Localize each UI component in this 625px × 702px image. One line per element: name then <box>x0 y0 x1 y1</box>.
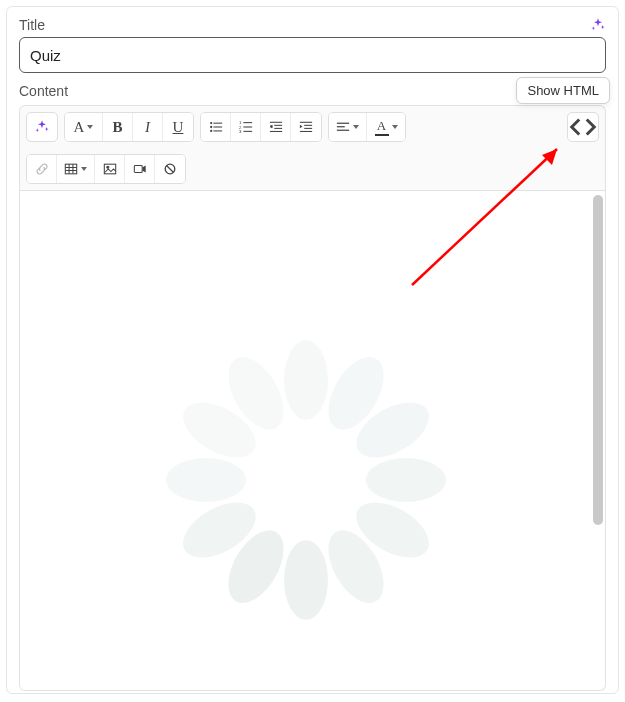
svg-rect-22 <box>300 131 312 132</box>
insert-group <box>26 154 186 184</box>
align-color-group: A <box>328 112 406 142</box>
svg-rect-25 <box>337 126 345 127</box>
svg-line-37 <box>167 166 174 173</box>
numbered-list-button[interactable]: 123 <box>231 113 261 141</box>
svg-point-2 <box>210 126 212 128</box>
remove-format-button[interactable] <box>155 155 185 183</box>
svg-rect-11 <box>243 131 252 132</box>
svg-rect-3 <box>213 126 222 127</box>
content-label: Content <box>19 83 68 99</box>
align-button[interactable] <box>329 113 367 141</box>
title-label: Title <box>19 17 45 33</box>
content-label-row: Content Show HTML <box>19 83 606 99</box>
svg-rect-14 <box>274 128 282 129</box>
chevron-down-icon <box>392 125 398 129</box>
vertical-scrollbar[interactable] <box>593 195 603 686</box>
svg-rect-19 <box>300 122 312 123</box>
svg-rect-7 <box>243 122 252 123</box>
svg-point-4 <box>210 130 212 132</box>
svg-point-33 <box>106 166 108 168</box>
svg-marker-23 <box>300 125 303 129</box>
outdent-button[interactable] <box>261 113 291 141</box>
content-editor[interactable] <box>20 191 591 690</box>
svg-rect-15 <box>269 131 281 132</box>
svg-rect-26 <box>337 130 349 131</box>
show-html-tooltip: Show HTML <box>516 77 610 104</box>
image-button[interactable] <box>95 155 125 183</box>
scrollbar-thumb[interactable] <box>593 195 603 525</box>
title-label-row: Title <box>19 17 606 33</box>
svg-point-0 <box>210 122 212 124</box>
svg-rect-21 <box>304 128 312 129</box>
form-panel: Title Content Show HTML A B I U 123 <box>6 6 619 694</box>
bulleted-list-button[interactable] <box>201 113 231 141</box>
link-button[interactable] <box>27 155 57 183</box>
italic-button[interactable]: I <box>133 113 163 141</box>
editor-toolbar: A B I U 123 A <box>19 105 606 148</box>
loading-spinner-icon <box>166 340 446 620</box>
editor-wrapper <box>19 191 606 691</box>
svg-rect-9 <box>243 126 252 127</box>
bold-button[interactable]: B <box>103 113 133 141</box>
chevron-down-icon <box>81 167 87 171</box>
table-button[interactable] <box>57 155 95 183</box>
show-html-button[interactable] <box>567 112 599 142</box>
svg-rect-34 <box>134 166 142 173</box>
svg-rect-12 <box>269 122 281 123</box>
svg-marker-35 <box>142 166 145 173</box>
chevron-down-icon <box>353 125 359 129</box>
svg-rect-13 <box>274 125 282 126</box>
underline-button[interactable]: U <box>163 113 193 141</box>
svg-rect-24 <box>337 123 349 124</box>
svg-rect-20 <box>304 125 312 126</box>
video-button[interactable] <box>125 155 155 183</box>
svg-rect-27 <box>65 164 76 174</box>
editor-toolbar-row2 <box>19 148 606 191</box>
color-swatch <box>375 134 389 136</box>
font-family-button[interactable]: A <box>65 113 103 141</box>
indent-button[interactable] <box>291 113 321 141</box>
tooltip-text: Show HTML <box>527 83 599 98</box>
svg-rect-5 <box>213 130 222 131</box>
title-input[interactable] <box>19 37 606 73</box>
svg-text:3: 3 <box>239 129 242 134</box>
sparkle-icon[interactable] <box>590 17 606 33</box>
ai-sparkle-button[interactable] <box>26 112 58 142</box>
list-group: 123 <box>200 112 322 142</box>
text-color-button[interactable]: A <box>367 113 405 141</box>
chevron-down-icon <box>87 125 93 129</box>
svg-rect-1 <box>213 123 222 124</box>
font-style-group: A B I U <box>64 112 194 142</box>
